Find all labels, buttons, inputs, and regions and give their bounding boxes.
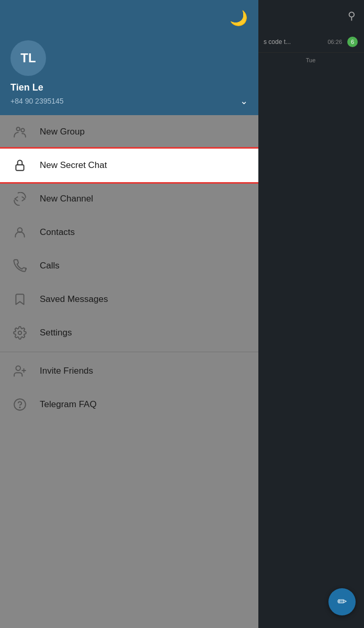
menu-list: New Group New Secret Chat New Channel bbox=[0, 115, 258, 628]
menu-label-contacts: Contacts bbox=[40, 227, 75, 238]
group-icon bbox=[13, 125, 27, 139]
person-icon bbox=[13, 225, 27, 240]
menu-item-new-group[interactable]: New Group bbox=[0, 115, 258, 149]
channel-icon bbox=[13, 192, 27, 206]
svg-point-8 bbox=[14, 399, 26, 410]
avatar: TL bbox=[10, 40, 46, 76]
user-phone-row: +84 90 2395145 ⌄ bbox=[10, 95, 248, 107]
menu-label-new-group: New Group bbox=[40, 127, 85, 137]
chat-day: Tue bbox=[257, 53, 364, 68]
settings-icon bbox=[13, 326, 27, 340]
chat-badge: 6 bbox=[347, 37, 358, 47]
chat-item-content: s code t... 06:26 bbox=[264, 38, 342, 46]
menu-label-settings: Settings bbox=[40, 328, 72, 338]
chat-list-header: ⚲ bbox=[257, 0, 364, 31]
menu-label-telegram-faq: Telegram FAQ bbox=[40, 399, 97, 410]
svg-rect-2 bbox=[16, 165, 24, 171]
night-mode-icon[interactable]: 🌙 bbox=[230, 9, 248, 27]
lock-icon bbox=[13, 158, 27, 173]
menu-item-telegram-faq[interactable]: Telegram FAQ bbox=[0, 388, 258, 421]
chat-preview-text: s code t... bbox=[264, 38, 305, 46]
menu-item-invite-friends[interactable]: Invite Friends bbox=[0, 354, 258, 388]
menu-divider bbox=[0, 352, 258, 352]
compose-icon: ✏ bbox=[337, 595, 347, 609]
menu-item-saved-messages[interactable]: Saved Messages bbox=[0, 283, 258, 316]
menu-label-saved-messages: Saved Messages bbox=[40, 294, 108, 305]
help-icon bbox=[13, 397, 27, 412]
menu-label-new-channel: New Channel bbox=[40, 194, 93, 204]
menu-item-contacts[interactable]: Contacts bbox=[0, 216, 258, 249]
svg-point-4 bbox=[18, 331, 22, 335]
menu-label-invite-friends: Invite Friends bbox=[40, 366, 93, 376]
compose-fab[interactable]: ✏ bbox=[328, 588, 356, 615]
svg-point-1 bbox=[21, 129, 24, 132]
add-person-icon bbox=[13, 364, 27, 378]
menu-item-calls[interactable]: Calls bbox=[0, 249, 258, 283]
drawer-header: 🌙 TL Tien Le +84 90 2395145 ⌄ bbox=[0, 0, 258, 115]
user-phone: +84 90 2395145 bbox=[10, 97, 64, 105]
menu-item-new-channel[interactable]: New Channel bbox=[0, 182, 258, 216]
chat-time: 06:26 bbox=[327, 39, 342, 45]
user-name: Tien Le bbox=[10, 82, 248, 93]
menu-item-new-secret-chat[interactable]: New Secret Chat bbox=[0, 149, 258, 182]
svg-point-5 bbox=[16, 366, 20, 371]
svg-point-0 bbox=[17, 127, 20, 131]
menu-item-settings[interactable]: Settings bbox=[0, 316, 258, 350]
menu-label-new-secret-chat: New Secret Chat bbox=[40, 160, 107, 171]
phone-icon bbox=[13, 259, 27, 273]
bookmark-icon bbox=[13, 292, 27, 307]
search-icon[interactable]: ⚲ bbox=[348, 9, 356, 22]
chevron-down-icon[interactable]: ⌄ bbox=[240, 95, 248, 107]
chat-item[interactable]: s code t... 06:26 6 bbox=[257, 31, 364, 53]
chat-list-panel: ⚲ s code t... 06:26 6 Tue ✏ bbox=[257, 0, 364, 628]
drawer-panel: 🌙 TL Tien Le +84 90 2395145 ⌄ New Group … bbox=[0, 0, 258, 628]
menu-label-calls: Calls bbox=[40, 261, 60, 271]
